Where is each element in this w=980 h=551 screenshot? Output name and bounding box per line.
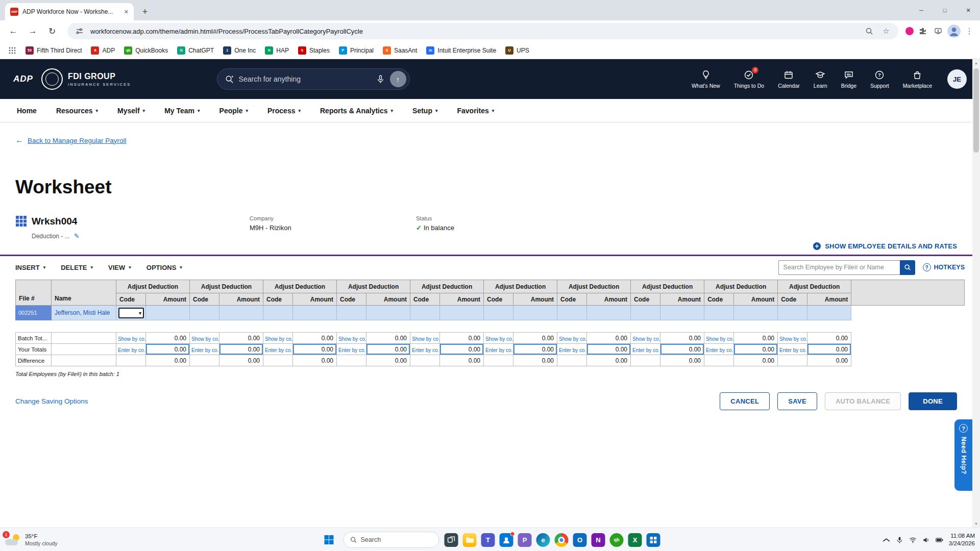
show-by-code-link[interactable]: Show by co... <box>118 336 146 342</box>
taskbar-clock[interactable]: 11:08 AM 3/24/2026 <box>949 532 975 547</box>
options-menu[interactable]: OPTIONS▾ <box>146 264 182 271</box>
your-total-amount-input[interactable]: 0.00 <box>807 344 851 355</box>
voice-search-icon[interactable] <box>376 74 385 84</box>
taskbar-search[interactable] <box>344 532 439 548</box>
window-maximize-button[interactable]: □ <box>933 0 957 20</box>
back-icon[interactable]: ← <box>5 23 21 39</box>
your-total-amount-input[interactable]: 0.00 <box>734 344 778 355</box>
browser-menu-icon[interactable]: ⋮ <box>964 27 975 36</box>
enter-by-code-link[interactable]: Enter by co... <box>338 347 366 353</box>
forward-icon[interactable]: → <box>24 23 41 39</box>
nav-resources[interactable]: Resources▾ <box>46 99 108 122</box>
code-cell[interactable] <box>631 306 660 320</box>
your-total-amount-input[interactable]: 0.00 <box>219 344 263 355</box>
insert-menu[interactable]: INSERT▾ <box>15 264 45 271</box>
window-close-button[interactable]: ✕ <box>957 0 980 20</box>
enter-by-code-link[interactable]: Enter by co... <box>412 347 440 353</box>
onenote-icon[interactable]: N <box>592 533 605 547</box>
nav-my-team[interactable]: My Team▾ <box>155 99 209 122</box>
code-cell[interactable] <box>778 306 807 320</box>
global-search[interactable]: ↑ <box>217 68 410 90</box>
browser-tab[interactable]: ADP ADP Workforce Now - Workshe... ✕ <box>5 3 134 20</box>
employee-name-link[interactable]: Jefferson, Misti Hale <box>52 306 116 320</box>
wifi-icon[interactable] <box>909 536 917 544</box>
browser-profile-avatar[interactable] <box>947 24 961 38</box>
show-by-code-link[interactable]: Show by co... <box>559 336 587 342</box>
amount-cell[interactable] <box>219 306 263 320</box>
task-view-icon[interactable] <box>445 533 458 547</box>
amount-cell[interactable] <box>146 306 190 320</box>
install-app-icon[interactable] <box>932 25 944 37</box>
zoom-icon[interactable] <box>863 25 875 37</box>
show-by-code-link[interactable]: Show by co... <box>779 336 807 342</box>
new-tab-button[interactable]: + <box>138 5 152 19</box>
photos-icon[interactable]: P <box>518 533 532 547</box>
header-link-things-to-do[interactable]: 8Things to Do <box>734 70 765 89</box>
adp-logo[interactable]: ADP <box>13 74 33 84</box>
code-cell[interactable] <box>190 306 219 320</box>
your-total-amount-input[interactable]: 0.00 <box>293 344 337 355</box>
amount-cell[interactable] <box>513 306 557 320</box>
show-by-code-link[interactable]: Show by co... <box>191 336 219 342</box>
microphone-icon[interactable] <box>896 536 903 544</box>
bookmark-staples[interactable]: SStaples <box>294 44 334 57</box>
code-cell[interactable] <box>484 306 513 320</box>
scroll-up-arrow[interactable]: ▲ <box>972 59 980 67</box>
amount-cell[interactable] <box>734 306 778 320</box>
code-cell[interactable]: ▾ <box>116 306 146 320</box>
bookmark-star-icon[interactable]: ☆ <box>880 25 892 37</box>
amount-cell[interactable] <box>587 306 631 320</box>
scroll-down-arrow[interactable]: ▼ <box>972 520 980 528</box>
code-cell[interactable] <box>263 306 293 320</box>
need-help-tab[interactable]: ? Need Help? <box>954 419 972 491</box>
bookmark-chatgpt[interactable]: GChatGPT <box>173 44 218 57</box>
your-total-amount-input[interactable]: 0.00 <box>366 344 410 355</box>
bookmark-adp[interactable]: AADP <box>87 44 119 57</box>
header-link-what-s-new[interactable]: What's New <box>692 70 720 89</box>
excel-icon[interactable]: X <box>628 533 642 547</box>
hotkeys-link[interactable]: ? HOTKEYS <box>923 263 965 271</box>
employee-search-button[interactable] <box>900 260 915 275</box>
enter-by-code-link[interactable]: Enter by co... <box>779 347 807 353</box>
show-employee-details-link[interactable]: SHOW EMPLOYEE DETAILS AND RATES <box>0 242 957 251</box>
your-total-amount-input[interactable]: 0.00 <box>440 344 484 355</box>
employee-search-input[interactable] <box>778 260 900 275</box>
show-by-code-link[interactable]: Show by co... <box>632 336 660 342</box>
bookmark-principal[interactable]: PPrincipal <box>335 44 378 57</box>
cancel-button[interactable]: CANCEL <box>720 392 770 410</box>
save-button[interactable]: SAVE <box>777 392 817 410</box>
bookmark-ups[interactable]: UUPS <box>501 44 533 57</box>
enter-by-code-link[interactable]: Enter by co... <box>706 347 734 353</box>
bookmark-intuit-enterprise-suite[interactable]: inIntuit Enterprise Suite <box>422 44 500 57</box>
tab-close-icon[interactable]: ✕ <box>124 9 129 15</box>
enter-by-code-link[interactable]: Enter by co... <box>265 347 293 353</box>
nav-process[interactable]: Process▾ <box>258 99 310 122</box>
auto-balance-button[interactable]: AUTO BALANCE <box>825 392 901 410</box>
header-link-bridge[interactable]: BbBridge <box>841 70 856 89</box>
battery-icon[interactable] <box>936 536 943 544</box>
taskbar-search-input[interactable] <box>361 536 428 543</box>
header-link-learn[interactable]: Learn <box>814 70 827 89</box>
nav-favorites[interactable]: Favorites▾ <box>447 99 504 122</box>
header-link-marketplace[interactable]: Marketplace <box>903 70 932 89</box>
page-scrollbar[interactable]: ▲ ▼ <box>972 59 980 528</box>
nav-setup[interactable]: Setup▾ <box>403 99 447 122</box>
enter-by-code-link[interactable]: Enter by co... <box>559 347 587 353</box>
code-cell[interactable] <box>557 306 587 320</box>
amount-cell[interactable] <box>440 306 484 320</box>
bookmark-saasant[interactable]: SSaasAnt <box>379 44 421 57</box>
your-total-amount-input[interactable]: 0.00 <box>513 344 557 355</box>
nav-home[interactable]: Home <box>7 99 46 122</box>
outlook-icon[interactable]: O <box>573 533 587 547</box>
enter-by-code-link[interactable]: Enter by co... <box>632 347 660 353</box>
header-link-calendar[interactable]: Calendar <box>778 70 800 89</box>
enter-by-code-link[interactable]: Enter by co... <box>118 347 146 353</box>
start-button[interactable] <box>320 531 338 549</box>
employee-row[interactable]: 002251Jefferson, Misti Hale▾ <box>16 306 965 320</box>
code-cell[interactable] <box>410 306 440 320</box>
back-to-payroll-link[interactable]: ← Back to Manage Regular Payroll <box>15 136 127 145</box>
weather-widget[interactable]: 1 35°F Mostly cloudy <box>5 528 58 551</box>
amount-cell[interactable] <box>366 306 410 320</box>
delete-menu[interactable]: DELETE▾ <box>61 264 93 271</box>
bookmark-fifth-third-direct[interactable]: 53Fifth Third Direct <box>21 44 86 57</box>
